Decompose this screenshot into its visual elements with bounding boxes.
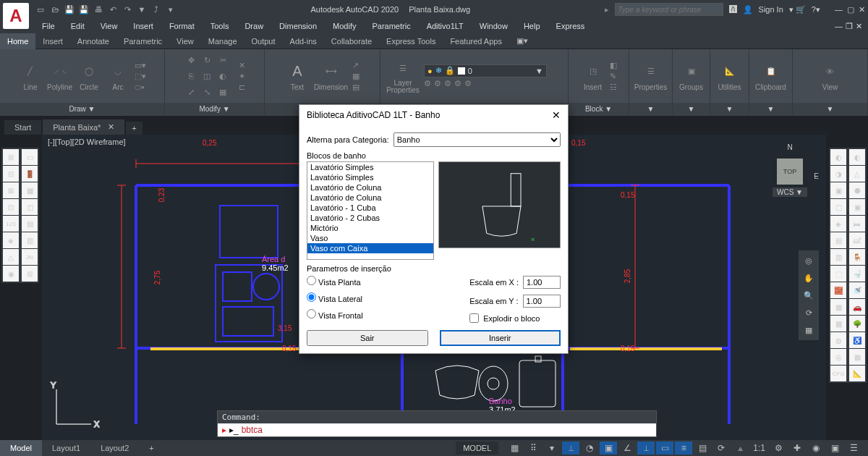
ucs-icon[interactable]: YX xyxy=(49,381,100,433)
tool-icon[interactable]: ▤ xyxy=(22,216,38,232)
tab-annotate[interactable]: Annotate xyxy=(70,33,116,49)
snap-icon[interactable]: ⠿ xyxy=(524,442,542,455)
qat-redo-icon[interactable]: ↷ xyxy=(122,4,133,15)
layout-tab-model[interactable]: Model xyxy=(0,440,42,456)
layout-tab-layout2[interactable]: Layout2 xyxy=(90,440,139,456)
zoom-icon[interactable]: 🔍 xyxy=(801,288,816,303)
category-select[interactable]: Banho xyxy=(393,132,561,147)
escala-x-input[interactable] xyxy=(523,276,561,289)
list-item[interactable]: Mictório xyxy=(307,223,433,233)
layer-dropdown[interactable]: ● ❄ 🔒 0 ▼ xyxy=(424,64,547,77)
tool-icon[interactable]: △ xyxy=(849,166,865,182)
dimension-button[interactable]: ⟷Dimension xyxy=(314,62,348,91)
tool-icon[interactable]: 🧱 xyxy=(830,282,846,298)
insert-button[interactable]: ◳Insert xyxy=(581,62,605,91)
trim-icon[interactable]: ✂ xyxy=(216,53,230,67)
tool-icon[interactable]: 🚗 xyxy=(849,299,865,315)
tool-icon[interactable]: ◐ xyxy=(830,149,846,165)
qat-new-icon[interactable]: ▭ xyxy=(35,4,46,15)
view-label[interactable]: [-][Top][2D Wireframe] xyxy=(48,138,126,146)
tool-icon[interactable]: ⊡ xyxy=(3,199,19,215)
panel-block-title[interactable]: Block ▼ xyxy=(569,103,629,116)
offset-icon[interactable]: ⊏ xyxy=(239,83,245,92)
tool-icon[interactable]: ◈ xyxy=(3,232,19,248)
erase-icon[interactable]: ✕ xyxy=(239,61,245,70)
scale-icon[interactable]: ⤡ xyxy=(200,85,214,99)
dyn-icon[interactable]: ▭ xyxy=(656,442,673,455)
doc-tab-start[interactable]: Start xyxy=(4,120,41,135)
list-item[interactable]: Lavatório - 2 Cubas xyxy=(307,213,433,223)
tool-icon[interactable]: ▣ xyxy=(830,182,846,198)
menu-tools[interactable]: Tools xyxy=(210,22,229,30)
list-item[interactable]: Lavatório Simples xyxy=(307,172,433,182)
lwt-icon[interactable]: ≡ xyxy=(675,442,692,455)
tool-icon[interactable]: ◑ xyxy=(830,166,846,182)
list-item[interactable]: Vaso com Caixa xyxy=(307,243,433,253)
help-icon[interactable]: ?▾ xyxy=(812,5,820,14)
tool-icon[interactable]: 🚽 xyxy=(849,266,865,282)
tool-icon[interactable]: ◉ xyxy=(3,266,19,282)
escala-y-input[interactable] xyxy=(523,295,561,308)
panel-modify-title[interactable]: Modify ▼ xyxy=(165,103,264,116)
tool-icon[interactable]: ◎ xyxy=(830,349,846,365)
infer-icon[interactable]: ▾ xyxy=(543,442,561,455)
polar-icon[interactable]: ◔ xyxy=(581,442,598,455)
tab-manage[interactable]: Manage xyxy=(201,33,244,49)
layer-tool-icon[interactable]: ⚙ xyxy=(434,79,441,88)
minimize-icon[interactable]: — xyxy=(835,5,843,14)
attr-icon[interactable]: ☷ xyxy=(610,83,617,92)
tool-icon[interactable]: ▦ xyxy=(830,299,846,315)
list-item[interactable]: Lavatório de Coluna xyxy=(307,182,433,193)
tool-icon[interactable]: 🌳 xyxy=(849,316,865,332)
showmotion-icon[interactable]: ▦ xyxy=(801,323,816,337)
tool-icon[interactable]: ▦ xyxy=(849,349,865,365)
tool-icon[interactable]: 🚿 xyxy=(849,282,865,298)
menu-window[interactable]: Window xyxy=(480,22,508,30)
ellipse-icon[interactable]: ⬭▾ xyxy=(135,83,146,92)
groups-button[interactable]: ▣Groups xyxy=(679,62,704,91)
qat-more-icon[interactable]: ▼ xyxy=(136,4,148,15)
text-button[interactable]: AText xyxy=(285,62,310,91)
list-item[interactable]: Lavatório de Coluna xyxy=(307,193,433,203)
edit-block-icon[interactable]: ✎ xyxy=(610,72,617,81)
tool-icon[interactable]: ♿ xyxy=(849,332,865,348)
qat-saveas-icon[interactable]: 💾 xyxy=(78,4,90,15)
rotate-icon[interactable]: ↻ xyxy=(200,53,214,67)
wcs-dropdown[interactable]: WCS ▼ xyxy=(773,187,807,197)
hatch-icon[interactable]: ⬚▾ xyxy=(135,72,146,81)
mirror-icon[interactable]: ◫ xyxy=(200,69,214,83)
tool-icon[interactable]: ◫ xyxy=(22,199,38,215)
tab-insert[interactable]: Insert xyxy=(35,33,70,49)
tool-icon[interactable]: JN xyxy=(22,249,38,265)
layout-tab-layout1[interactable]: Layout1 xyxy=(42,440,90,456)
ortho-icon[interactable]: ⟂ xyxy=(562,442,579,455)
explodir-checkbox[interactable]: Explodir o bloco xyxy=(469,313,561,323)
doc-tab-close-icon[interactable]: ✕ xyxy=(108,122,114,132)
tool-icon[interactable]: ⊞ xyxy=(22,266,38,282)
menu-draw[interactable]: Draw xyxy=(244,22,263,30)
menu-file[interactable]: File xyxy=(42,22,55,30)
iso-icon[interactable]: ✚ xyxy=(788,442,806,455)
layer-tool-icon[interactable]: ⚙ xyxy=(424,79,431,88)
tool-icon[interactable]: ▦ xyxy=(22,182,38,198)
close-icon[interactable]: ✕ xyxy=(859,5,865,14)
custom-icon[interactable]: ☰ xyxy=(845,442,862,455)
polyline-button[interactable]: ⟋⟍Polyline xyxy=(47,62,72,91)
user-icon[interactable]: 👤 xyxy=(743,5,753,14)
tab-parametric[interactable]: Parametric xyxy=(116,33,169,49)
tool-icon[interactable]: ⬣ xyxy=(849,182,865,198)
view-button[interactable]: 👁View xyxy=(818,62,843,91)
qat-save-icon[interactable]: 💾 xyxy=(64,4,75,15)
layer-tool-icon[interactable]: ⚙ xyxy=(464,79,472,88)
qat-share-icon[interactable]: ⤴ xyxy=(150,4,162,15)
radio-lateral[interactable]: Vista Lateral xyxy=(307,292,363,303)
autodesk-icon[interactable]: 🅰 xyxy=(729,5,737,14)
array-icon[interactable]: ▦ xyxy=(216,85,230,99)
tool-icon[interactable]: 123 xyxy=(3,216,19,232)
app-logo[interactable]: A xyxy=(3,3,29,29)
tool-icon[interactable]: 🛏 xyxy=(849,216,865,232)
menu-insert[interactable]: Insert xyxy=(133,22,153,30)
tool-icon[interactable]: ⊟ xyxy=(3,166,19,182)
tool-icon[interactable]: ▥ xyxy=(830,249,846,265)
otrack-icon[interactable]: ⟂ xyxy=(637,442,655,455)
